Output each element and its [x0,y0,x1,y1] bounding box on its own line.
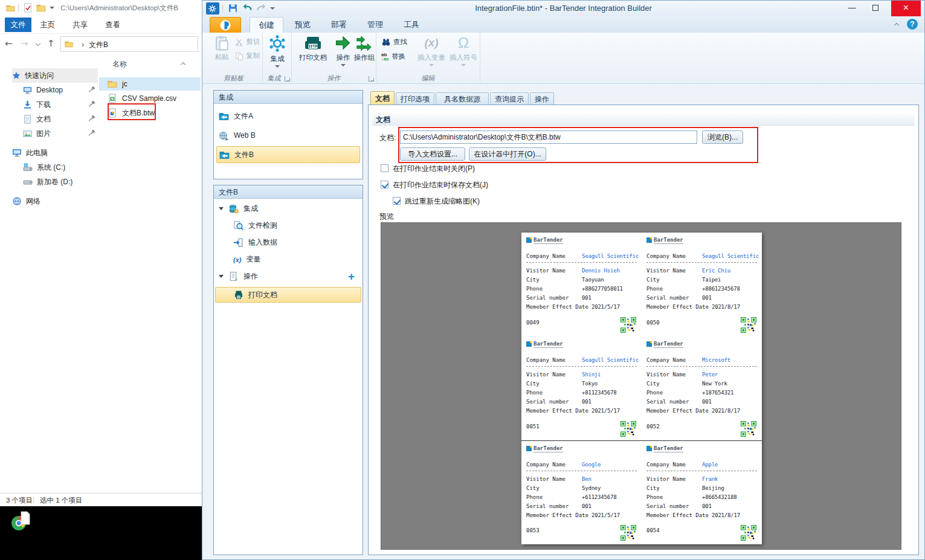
help-button[interactable]: ? [907,19,918,30]
tab-manage[interactable]: 管理 [358,17,392,33]
file-name: CSV Sample.csv [122,94,176,103]
document-path-input[interactable] [400,130,697,144]
tree-node-integration[interactable]: 集成 [219,204,258,214]
menu-file[interactable]: 文件 [5,18,31,32]
sidebar-item-this-pc[interactable]: 此电脑 [12,146,48,160]
doctab-document[interactable]: 文档 [370,91,395,105]
replace-icon: ab↓ac [381,53,389,61]
divider [526,471,637,471]
doctab-query-prompts[interactable]: 查询提示 [490,92,529,105]
address-input[interactable]: › 文件B [60,36,198,52]
file-row-csv[interactable]: CSV Sample.csv [99,92,201,105]
tree-node-file-detection[interactable]: 文件检测 [233,220,277,231]
checkbox-close-after-print[interactable] [381,164,388,172]
checkbox-save-after-print[interactable] [381,181,388,188]
integration-button[interactable]: 集成 [265,34,289,70]
tab-tools[interactable]: 工具 [395,17,428,33]
checkbox-label: 在打印作业结束时关闭(P) [393,164,475,174]
phone-value: +187654321 [702,390,733,396]
bartender-logo-tab[interactable] [210,17,241,33]
sidebar-item-system-c[interactable]: 系统 (C:) [23,160,65,175]
visitor-value: Eric Chiu [702,268,730,274]
folder-icon[interactable] [36,3,46,13]
up-button[interactable]: ↑ [47,38,55,49]
sidebar-item-pictures[interactable]: 图片 [23,126,51,141]
sidebar-item-downloads[interactable]: 下载 [23,97,51,112]
label-number: 0051 [526,423,540,430]
breadcrumb[interactable]: 文件B [89,40,108,50]
visitor-value: Shinji [582,372,601,378]
cut-button[interactable]: 剪切 [235,37,260,47]
paste-button[interactable]: 粘贴 [210,35,234,62]
column-header-name[interactable]: 名称 [112,59,127,69]
doctab-print-options[interactable]: 打印选项 [396,92,434,105]
label-card-6: BarTender Company NameApple Visitor Name… [642,440,762,544]
cut-icon [235,38,243,47]
tab-create[interactable]: 创建 [250,17,283,33]
action-button[interactable]: 操作 [333,34,353,69]
recent-locations-dropdown-icon[interactable] [36,41,40,46]
toolbar-dropdown-icon[interactable] [50,7,54,11]
company-value: Seagull Scientific [582,357,639,363]
sidebar-label: 网络 [26,196,40,207]
action-group-button[interactable]: 操作组 [353,34,375,62]
integration-item-file-a[interactable]: 文件A [216,108,360,124]
close-button[interactable]: × [891,1,921,16]
sidebar-item-desktop[interactable]: Desktop [23,83,63,97]
doctab-named-data-sources[interactable]: 具名数据源 [436,92,489,105]
tree-node-variables[interactable]: (x) 变量 [233,254,260,265]
collapse-ribbon-icon[interactable] [894,23,899,28]
maximize-button[interactable] [865,1,886,16]
serial-value: 001 [582,399,591,405]
integration-dialog-launcher[interactable] [285,76,290,82]
actions-dialog-launcher[interactable] [369,76,374,82]
sidebar-item-quick-access[interactable]: 快速访问 [12,68,98,83]
quick-access-check-icon[interactable] [23,3,33,13]
doctab-actions[interactable]: 操作 [530,92,554,105]
pin-icon [88,85,96,93]
browse-button[interactable]: 浏览(B)... [702,130,743,144]
google-chrome-icon[interactable] [10,509,33,532]
print-document-button[interactable]: 打印文档 [294,34,332,62]
sidebar-item-new-volume-d[interactable]: 新加卷 (D:) [23,175,73,189]
label-card-1: BarTender Company NameSeagull Scientific… [521,233,642,336]
tab-deploy[interactable]: 部署 [322,17,356,33]
find-button[interactable]: 查找 [381,37,407,47]
integration-item-file-b[interactable]: 文件B [216,146,360,163]
back-button[interactable]: ← [5,38,13,49]
pictures-icon [23,129,32,138]
sidebar-item-documents[interactable]: 文档 [23,112,51,126]
copy-button[interactable]: 复制 [235,51,260,60]
print-document-icon [234,290,243,300]
replace-button[interactable]: ab↓ac 替换 [381,52,405,61]
insert-variable-button[interactable]: (x) 插入变量 [415,34,448,69]
expand-icon[interactable] [219,275,224,280]
open-in-designer-button[interactable]: 在设计器中打开(O)... [469,147,546,161]
integration-item-web-b[interactable]: Web B [216,127,360,144]
add-action-button[interactable]: + [348,270,355,283]
file-row-jc[interactable]: jc [99,77,201,91]
menu-share[interactable]: 共享 [73,20,88,30]
tab-preview[interactable]: 预览 [286,17,320,33]
forward-button[interactable]: → [21,38,28,49]
divider [526,262,637,263]
tree-node-print-document[interactable]: 打印文档 [215,287,361,303]
menu-view[interactable]: 查看 [105,20,120,30]
insert-symbol-button[interactable]: Ω 插入符号 [449,34,478,69]
tree-node-actions[interactable]: 操作 [219,271,258,282]
sort-ascending-icon[interactable] [181,62,185,67]
import-document-settings-button[interactable]: 导入文档设置... [400,147,465,161]
integration-tree-panel: 文件B 集成 文件检测 输入数据 (x) 变量 操作 + 打印文档 [213,185,363,555]
serial-value: 001 [702,399,712,405]
group-label: 编辑 [376,74,480,83]
phone-value: +88612345678 [702,286,740,292]
file-row-btw[interactable]: 文档B.btw [99,106,201,120]
checkbox-skip-thumbnail[interactable] [393,197,401,205]
sidebar-item-network[interactable]: 网络 [12,194,40,208]
tree-node-input-data[interactable]: 输入数据 [233,237,277,248]
explorer-title-path: C:\Users\Administrator\Desktop\文件B [60,4,178,13]
menu-home[interactable]: 主页 [40,20,55,30]
sidebar-label: 此电脑 [26,148,48,158]
expand-icon[interactable] [219,207,224,213]
minimize-button[interactable]: — [842,1,862,16]
